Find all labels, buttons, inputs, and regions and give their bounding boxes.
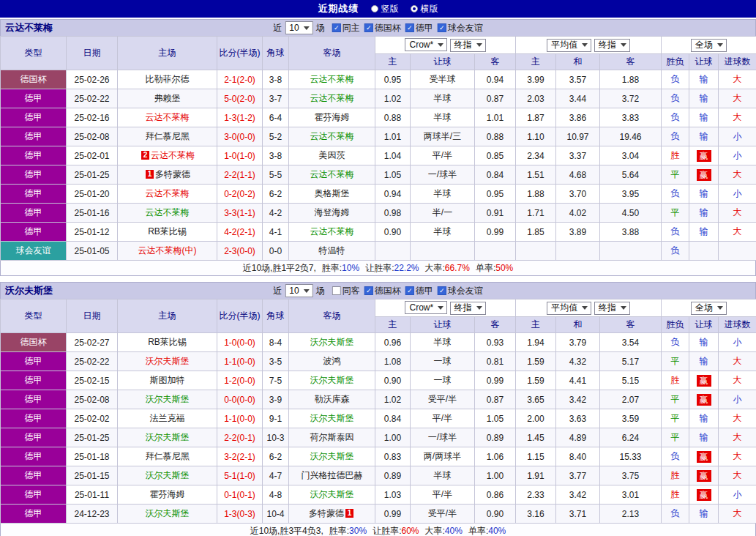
avg-home-cell: 1.85 (516, 223, 556, 242)
team-link[interactable]: 云达不莱梅 (310, 226, 354, 237)
filter-checkbox[interactable]: 同主 (332, 22, 360, 34)
team-link[interactable]: 云达不莱梅 (310, 74, 354, 84)
odds-source-select[interactable]: Crow* (405, 38, 447, 51)
filter-checkbox[interactable]: 德甲 (405, 285, 433, 297)
team-link[interactable]: 沃尔夫斯堡 (310, 489, 354, 499)
team-link[interactable]: 云达不莱梅 (151, 150, 195, 160)
avg-time-select[interactable]: 终指 (594, 39, 630, 52)
goals-ou-cell: 大 (719, 204, 756, 223)
team-link[interactable]: 云达不莱梅 (310, 93, 354, 103)
team-link[interactable]: 沃尔夫斯堡 (310, 337, 354, 347)
team-panel-wolfsburg: 沃尔夫斯堡 近 10 场 同客德国杯德甲球会友谊 类型 日期 主场 比分(半场)… (0, 282, 756, 536)
competition-cell: 德甲 (1, 108, 67, 127)
filter-checkbox[interactable]: 同客 (332, 285, 360, 297)
scope-select[interactable]: 全场 (691, 302, 727, 315)
team-link[interactable]: 沃尔夫斯堡 (146, 470, 190, 480)
avg-away-cell: 2.07 (600, 390, 662, 409)
team-link[interactable]: 多特蒙德 (309, 508, 344, 518)
handicap-line-cell: 平/半 (411, 409, 475, 428)
score-cell: 0-0(0-0) (217, 390, 263, 409)
handicap-result-cell: 赢 (689, 447, 719, 466)
score-cell: 1-3(1-2) (217, 108, 263, 127)
avg-draw-cell: 3.44 (556, 89, 600, 108)
date-cell: 25-02-22 (67, 89, 118, 108)
team-link[interactable]: 多特蒙德 (155, 169, 190, 179)
team-link[interactable]: 斯图加特 (150, 375, 185, 385)
team-link[interactable]: 霍芬海姆 (315, 112, 350, 122)
team-link[interactable]: 勒沃库森 (315, 394, 350, 404)
team-link[interactable]: 沃尔夫斯堡 (310, 451, 354, 461)
goals-ou-cell: 大 (719, 371, 756, 390)
match-count-select[interactable]: 10 (285, 21, 312, 34)
score-cell: 3-3(1-1) (217, 204, 263, 223)
handicap-result-cell: 输 (689, 352, 719, 371)
handicap-result-cell: 输 (689, 223, 719, 242)
team-link[interactable]: 云达不莱梅(中) (138, 245, 197, 256)
team-link[interactable]: 沃尔夫斯堡 (310, 413, 354, 423)
score-cell: 2-3(0-0) (217, 242, 263, 261)
match-row: 德甲25-02-22弗赖堡5-0(2-0)3-7云达不莱梅1.02半球0.872… (1, 89, 756, 108)
team-link[interactable]: 霍芬海姆 (150, 489, 185, 499)
filter-checkbox[interactable]: 球会友谊 (438, 285, 483, 297)
odds-time-select[interactable]: 终指 (450, 302, 486, 315)
away-team-cell: 荷尔斯泰因 (289, 428, 375, 447)
team-link[interactable]: 沃尔夫斯堡 (146, 356, 190, 366)
team-link[interactable]: 拜仁慕尼黑 (146, 451, 190, 461)
team-link[interactable]: 荷尔斯泰因 (310, 432, 354, 442)
avg-away-cell: 15.33 (600, 447, 662, 466)
team-link[interactable]: 拜仁慕尼黑 (146, 131, 190, 141)
team-link[interactable]: 云达不莱梅 (146, 207, 190, 217)
layout-radio-vertical[interactable]: 竖版 (371, 3, 399, 15)
team-link[interactable]: 奥格斯堡 (315, 188, 350, 198)
team-link[interactable]: 特温特 (319, 245, 345, 256)
chevron-down-icon (717, 306, 723, 310)
radio-icon (371, 5, 378, 12)
select-value: 10 (289, 23, 299, 33)
filter-checkbox[interactable]: 德国杯 (364, 22, 401, 34)
home-team-cell: RB莱比锡 (118, 223, 217, 242)
result-cell: 负 (662, 127, 689, 146)
team-link[interactable]: 云达不莱梅 (146, 112, 190, 122)
team-panel-bremen: 云达不莱梅 近 10 场 同主德国杯德甲球会友谊 类型 日期 主场 比分(半场)… (0, 19, 756, 276)
handicap-win-chip: 赢 (697, 394, 711, 406)
team-link[interactable]: 弗赖堡 (154, 93, 181, 103)
team-link[interactable]: 法兰克福 (150, 413, 185, 423)
home-odds-cell: 0.88 (375, 108, 411, 127)
team-link[interactable]: 云达不莱梅 (310, 169, 354, 179)
team-link[interactable]: 沃尔夫斯堡 (146, 432, 190, 442)
team-link[interactable]: RB莱比锡 (148, 226, 187, 237)
select-value: 终指 (454, 302, 472, 314)
scope-select[interactable]: 全场 (691, 39, 727, 52)
team-link[interactable]: 海登海姆 (315, 207, 350, 217)
odds-source-select[interactable]: Crow* (405, 301, 447, 314)
home-team-cell: 霍芬海姆 (118, 485, 217, 505)
avg-source-select[interactable]: 平均值 (547, 302, 591, 315)
team-header-bar: 沃尔夫斯堡 近 10 场 同客德国杯德甲球会友谊 (0, 282, 756, 299)
filter-checkbox[interactable]: 德甲 (405, 22, 433, 34)
team-link[interactable]: 沃尔夫斯堡 (146, 508, 190, 518)
avg-source-select[interactable]: 平均值 (547, 39, 591, 52)
filter-checkbox[interactable]: 球会友谊 (438, 22, 483, 34)
layout-radio-horizontal[interactable]: 横版 (411, 3, 438, 15)
select-value: 终指 (454, 39, 472, 51)
match-count-select[interactable]: 10 (285, 284, 312, 297)
odds-time-select[interactable]: 终指 (450, 39, 486, 52)
team-link[interactable]: 沃尔夫斯堡 (146, 394, 190, 404)
team-link[interactable]: 比勒菲尔德 (146, 74, 190, 84)
team-link[interactable]: 波鸿 (323, 356, 341, 366)
avg-time-select[interactable]: 终指 (594, 302, 630, 315)
team-link[interactable]: RB莱比锡 (148, 337, 187, 347)
checkbox-label: 同主 (343, 22, 360, 34)
summary-stat-value: 22.2% (394, 263, 419, 273)
away-team-cell: 勒沃库森 (289, 390, 375, 409)
team-link[interactable]: 美因茨 (319, 150, 345, 160)
team-link[interactable]: 云达不莱梅 (146, 188, 190, 198)
filter-checkbox[interactable]: 德国杯 (364, 285, 401, 297)
team-link[interactable]: 沃尔夫斯堡 (310, 375, 354, 385)
column-header-corner: 角球 (263, 37, 289, 70)
checkbox-label: 球会友谊 (448, 285, 483, 297)
team-link[interactable]: 云达不莱梅 (310, 131, 354, 141)
column-header-odds-away: 客 (475, 54, 516, 70)
summary-stat: 让胜率:60% (373, 525, 419, 536)
team-link[interactable]: 门兴格拉德巴赫 (302, 470, 363, 480)
